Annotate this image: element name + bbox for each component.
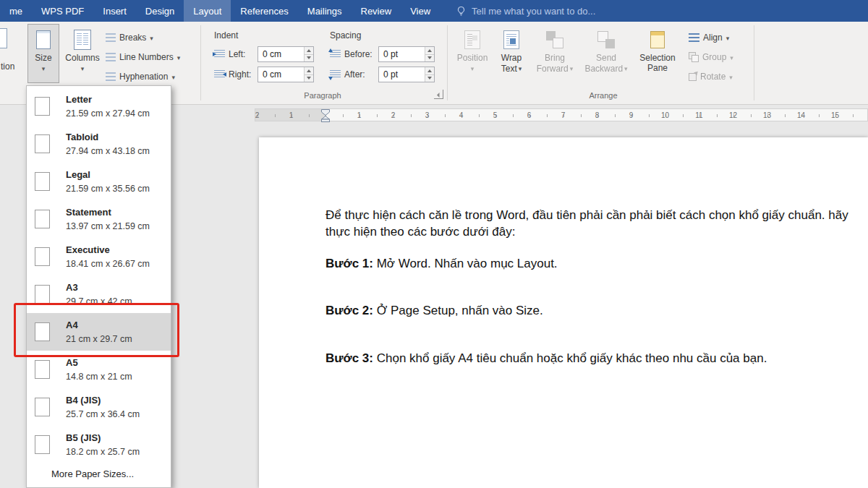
group-separator bbox=[447, 25, 448, 100]
paragraph-text: Mở Word. Nhấn vào mục Layout. bbox=[373, 257, 558, 270]
align-button[interactable]: Align bbox=[689, 30, 729, 46]
indent-right-icon bbox=[214, 70, 225, 79]
paper-size-option[interactable]: Executive 18.41 cm x 26.67 cm bbox=[27, 238, 171, 275]
tell-me-search[interactable]: Tell me what you want to do... bbox=[456, 6, 595, 17]
paper-size-option[interactable]: Statement 13.97 cm x 21.59 cm bbox=[27, 200, 171, 238]
breaks-button[interactable]: Breaks bbox=[106, 30, 153, 46]
paper-page-icon bbox=[35, 285, 50, 304]
paper-size-dimensions: 13.97 cm x 21.59 cm bbox=[66, 221, 150, 232]
spacing-after-input[interactable]: 0 pt bbox=[378, 67, 435, 82]
spinner-down-button[interactable] bbox=[305, 54, 313, 62]
group-icon bbox=[689, 52, 699, 62]
paragraph: Bước 3: Chọn khổ giấy A4 tiêu chuẩn hoặc… bbox=[326, 350, 862, 367]
paragraph-text: Ở Page Setup, nhấn vào Size. bbox=[373, 304, 543, 317]
indent-group-title: Indent bbox=[214, 30, 238, 40]
align-icon bbox=[689, 33, 699, 43]
spinner-down-button[interactable] bbox=[425, 74, 434, 82]
spinner-down-button[interactable] bbox=[425, 54, 434, 62]
spinner bbox=[425, 47, 434, 61]
paper-size-name: Letter bbox=[66, 94, 150, 106]
document-page[interactable]: Để thực hiện cách căn lề trong Word, đầu… bbox=[259, 137, 868, 488]
indent-markers-icon[interactable] bbox=[320, 109, 331, 125]
paper-size-option[interactable]: B5 (JIS) 18.2 cm x 25.7 cm bbox=[27, 426, 171, 463]
rotate-button[interactable]: Rotate bbox=[689, 69, 733, 85]
line-numbers-button[interactable]: Line Numbers bbox=[106, 49, 180, 65]
spinner-down-button[interactable] bbox=[305, 74, 313, 82]
paper-size-option[interactable]: Letter 21.59 cm x 27.94 cm bbox=[27, 87, 171, 125]
paper-size-option[interactable]: A4 21 cm x 29.7 cm bbox=[27, 313, 171, 351]
paper-size-option[interactable]: A3 29.7 cm x 42 cm bbox=[27, 275, 171, 313]
arrange-group-label: Arrange bbox=[454, 91, 752, 100]
word-window: me WPS PDF Insert Design Layout Referenc… bbox=[0, 0, 868, 488]
paragraph-bold-prefix: Bước 3: bbox=[326, 351, 373, 365]
ribbon-tab[interactable]: me bbox=[0, 0, 32, 22]
spacing-before-input[interactable]: 0 pt bbox=[378, 46, 435, 62]
indent-left-icon bbox=[214, 50, 225, 59]
hyphenation-button[interactable]: Hyphenation bbox=[106, 69, 175, 85]
send-backward-button[interactable]: Send Backward bbox=[582, 24, 631, 83]
ruler-number: 14 bbox=[784, 109, 818, 121]
rotate-label: Rotate bbox=[700, 72, 726, 82]
paper-size-dimensions: 18.41 cm x 26.67 cm bbox=[66, 258, 150, 270]
indent-left-value: 0 cm bbox=[263, 49, 281, 59]
ribbon-tab[interactable]: References bbox=[231, 0, 297, 22]
paper-page-icon bbox=[35, 247, 50, 266]
spacing-before-value: 0 pt bbox=[383, 49, 398, 59]
spinner-up-button[interactable] bbox=[425, 47, 434, 54]
ribbon-tab-bar: me WPS PDF Insert Design Layout Referenc… bbox=[0, 0, 868, 22]
paper-size-option[interactable]: Tabloid 27.94 cm x 43.18 cm bbox=[27, 125, 171, 163]
size-button[interactable]: Size bbox=[27, 24, 59, 83]
wrap-text-label-1: Wrap bbox=[501, 53, 522, 63]
spinner-up-button[interactable] bbox=[305, 47, 313, 54]
caret-down-icon bbox=[42, 63, 46, 74]
paper-size-dimensions: 21.59 cm x 27.94 cm bbox=[66, 108, 150, 119]
more-paper-sizes-option[interactable]: More Paper Sizes... bbox=[27, 463, 171, 484]
paper-size-dimensions: 27.94 cm x 43.18 cm bbox=[66, 145, 150, 157]
ribbon-tab[interactable]: Review bbox=[352, 0, 401, 22]
spinner-up-button[interactable] bbox=[305, 67, 313, 74]
paper-size-dimensions: 18.2 cm x 25.7 cm bbox=[66, 446, 140, 458]
size-button-label: Size bbox=[35, 53, 51, 63]
ruler-number: 10 bbox=[648, 109, 682, 121]
selection-pane-label-1: Selection bbox=[639, 53, 675, 63]
spinner-up-button[interactable] bbox=[425, 67, 434, 74]
document-text: Để thực hiện cách căn lề trong Word, đầu… bbox=[259, 137, 868, 367]
wrap-text-button[interactable]: Wrap Text bbox=[493, 24, 529, 83]
bring-forward-button[interactable]: Bring Forward bbox=[532, 24, 577, 83]
indent-left-input[interactable]: 0 cm bbox=[258, 46, 314, 62]
ribbon-tab[interactable]: WPS PDF bbox=[32, 0, 93, 22]
group-separator bbox=[754, 25, 754, 100]
orientation-button-partial[interactable]: tion bbox=[0, 24, 22, 83]
paper-size-dimensions: 14.8 cm x 21 cm bbox=[66, 371, 132, 382]
wrap-text-icon bbox=[503, 30, 519, 49]
paper-size-name: Executive bbox=[66, 244, 150, 256]
send-backward-label-1: Send bbox=[596, 53, 616, 63]
paper-size-option[interactable]: Legal 21.59 cm x 35.56 cm bbox=[27, 163, 171, 200]
ruler-numbers: 21123456789101112131415 bbox=[240, 109, 852, 121]
paper-size-name: B5 (JIS) bbox=[66, 432, 140, 444]
paragraph-dialog-launcher-icon[interactable] bbox=[434, 90, 443, 99]
ribbon-tab[interactable]: Design bbox=[136, 0, 184, 22]
indent-right-input[interactable]: 0 cm bbox=[258, 67, 314, 82]
paper-size-name: B4 (JIS) bbox=[66, 395, 140, 406]
ribbon-tab[interactable]: Mailings bbox=[298, 0, 352, 22]
group-button[interactable]: Group bbox=[689, 49, 733, 65]
paper-size-name: A4 bbox=[66, 320, 132, 331]
ribbon-tab[interactable]: Layout bbox=[184, 0, 231, 22]
paper-size-name: A5 bbox=[66, 357, 132, 369]
columns-button[interactable]: Columns bbox=[64, 24, 101, 83]
indent-right-value: 0 cm bbox=[263, 69, 281, 80]
paragraph: Bước 1: Mở Word. Nhấn vào mục Layout. bbox=[326, 255, 862, 272]
paper-size-option[interactable]: B4 (JIS) 25.7 cm x 36.4 cm bbox=[27, 388, 171, 426]
ruler-number: 13 bbox=[750, 109, 784, 121]
ruler-number: 4 bbox=[444, 109, 478, 121]
ribbon-tab[interactable]: Insert bbox=[93, 0, 136, 22]
ribbon-tab[interactable]: View bbox=[401, 0, 440, 22]
ruler-number: 12 bbox=[716, 109, 750, 121]
ruler-number: 8 bbox=[580, 109, 614, 121]
ruler-number: 1 bbox=[342, 109, 376, 121]
position-button[interactable]: Position bbox=[454, 24, 490, 83]
spacing-group-title: Spacing bbox=[330, 30, 361, 40]
paper-size-option[interactable]: A5 14.8 cm x 21 cm bbox=[27, 351, 171, 388]
selection-pane-button[interactable]: Selection Pane bbox=[635, 24, 680, 83]
